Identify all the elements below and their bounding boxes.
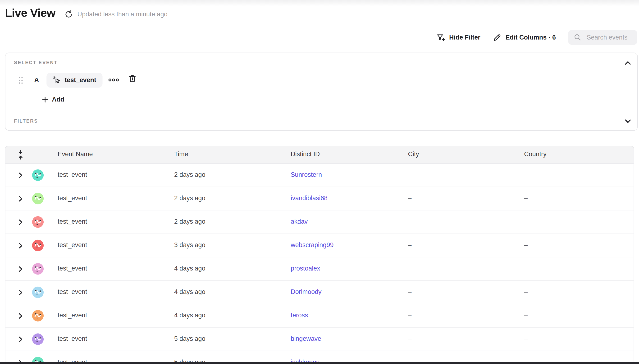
table-row[interactable]: test_event 4 days ago Dorimoody – – [6,281,634,304]
cell-city: – [408,194,411,202]
table-row[interactable]: test_event 2 days ago Sunrostern – – [6,164,634,187]
column-header-country: Country [524,150,546,158]
cell-country: – [524,288,528,296]
avatar [32,216,44,228]
distinct-id-link[interactable]: prostoalex [291,265,320,272]
table-header: Event Name Time Distinct ID City Country [6,146,634,164]
column-header-city: City [408,150,419,158]
expand-row-button[interactable] [19,266,23,272]
expand-row-button[interactable] [19,336,23,342]
cell-country: – [524,335,528,342]
cell-event-name: test_event [58,265,87,272]
add-label: Add [52,96,64,103]
table-row[interactable]: test_event 2 days ago akdav – – [6,210,634,234]
event-name-label: test_event [65,76,96,84]
distinct-id-link[interactable]: feross [291,312,308,319]
ellipsis-icon [108,78,119,82]
expand-row-button[interactable] [19,196,23,202]
expand-row-button[interactable] [19,172,23,178]
drag-handle[interactable] [18,76,24,84]
table-row[interactable]: test_event 4 days ago feross – – [6,304,634,328]
cell-time: 4 days ago [174,265,205,272]
delete-event-button[interactable] [128,74,136,83]
cell-time: 2 days ago [174,194,205,202]
section-divider [6,113,637,113]
cell-city: – [408,288,411,296]
column-header-distinct-id: Distinct ID [291,150,320,158]
table-row[interactable]: test_event 3 days ago webscraping99 – – [6,234,634,257]
cell-city: – [408,335,411,342]
pencil-icon [493,33,501,42]
cell-event-name: test_event [58,312,87,319]
cell-event-name: test_event [58,335,87,342]
cell-city: – [408,312,411,319]
table-row[interactable]: test_event 2 days ago ivandiblasi68 – – [6,187,634,210]
page-title: Live View [5,7,56,20]
search-icon [574,34,581,41]
expand-row-button[interactable] [19,313,23,319]
avatar [32,286,44,298]
more-options-button[interactable] [108,78,119,82]
avatar [32,170,44,181]
add-event-button[interactable]: Add [42,95,64,104]
expand-row-button[interactable] [19,219,23,225]
hide-filter-button[interactable]: Hide Filter [436,33,480,42]
cell-city: – [408,171,411,178]
avatar [32,334,44,345]
plus-icon [42,96,48,102]
cell-country: – [524,242,528,249]
avatar [32,310,44,322]
chevron-down-icon [624,119,631,123]
trash-icon [128,74,136,83]
cell-event-name: test_event [58,194,87,202]
cursor-click-icon [53,76,61,84]
cell-time: 4 days ago [174,288,205,296]
cell-time: 3 days ago [174,242,205,249]
expand-filters-button[interactable] [624,119,631,123]
distinct-id-link[interactable]: webscraping99 [291,242,333,249]
filter-plus-icon [436,33,445,42]
collapse-rows-button[interactable] [18,150,24,160]
select-event-label: SELECT EVENT [14,60,58,65]
avatar [32,193,44,204]
column-header-time: Time [174,150,188,158]
avatar [32,263,44,275]
cell-country: – [524,171,528,178]
cell-country: – [524,312,528,319]
cell-time: 5 days ago [174,335,205,342]
cell-country: – [524,218,528,225]
table-row[interactable]: test_event 5 days ago bingewave – – [6,328,634,351]
cell-event-name: test_event [58,242,87,249]
collapse-section-button[interactable] [624,61,631,65]
clause-letter: A [34,76,39,84]
expand-row-button[interactable] [19,290,23,296]
top-gradient-strip [0,0,639,6]
cell-time: 2 days ago [174,171,205,178]
cell-event-name: test_event [58,288,87,296]
cell-country: – [524,265,528,272]
refresh-button[interactable] [64,10,73,19]
cell-event-name: test_event [58,171,87,178]
distinct-id-link[interactable]: Sunrostern [291,171,322,178]
table-row[interactable]: test_event 4 days ago prostoalex – – [6,257,634,281]
query-builder-card: SELECT EVENT A [5,52,638,131]
bottom-edge-bar [0,362,639,364]
table-body: test_event 2 days ago Sunrostern – – tes… [6,164,634,364]
events-table: Event Name Time Distinct ID City Country… [5,146,634,364]
distinct-id-link[interactable]: bingewave [291,335,321,342]
distinct-id-link[interactable]: Dorimoody [291,288,321,296]
search-box[interactable] [568,30,637,45]
cell-event-name: test_event [58,218,87,225]
filters-label: FILTERS [14,118,38,123]
distinct-id-link[interactable]: akdav [291,218,308,225]
edit-columns-button[interactable]: Edit Columns · 6 [493,33,556,42]
avatar [32,240,44,251]
event-select-button[interactable]: test_event [47,73,102,88]
search-input[interactable] [586,33,636,42]
refresh-icon [64,10,73,19]
cell-country: – [524,194,528,202]
expand-row-button[interactable] [19,242,23,249]
edit-columns-label: Edit Columns · 6 [506,34,556,41]
distinct-id-link[interactable]: ivandiblasi68 [291,194,328,202]
cell-city: – [408,218,411,225]
